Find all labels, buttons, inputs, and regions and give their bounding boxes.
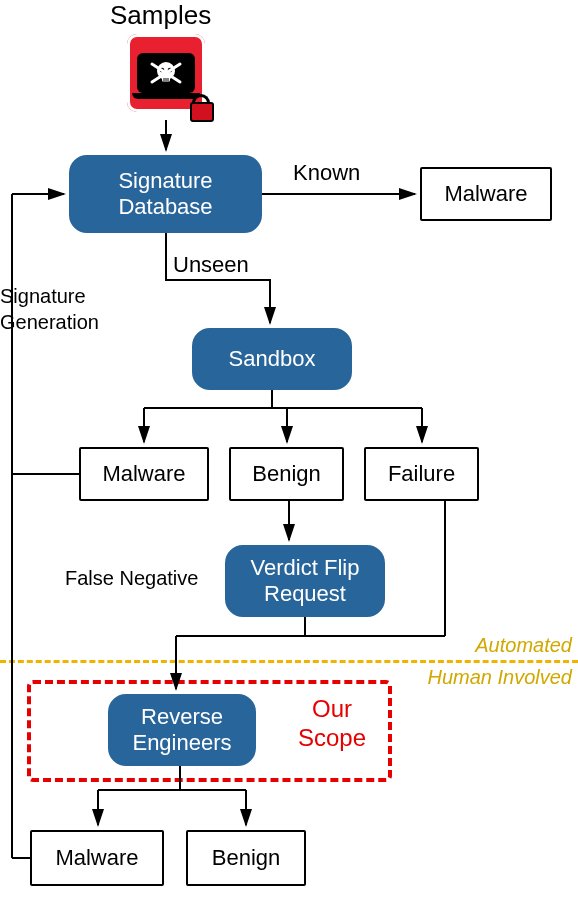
svg-line-7 <box>152 64 180 82</box>
node-sandbox: Sandbox <box>192 328 352 390</box>
node-known-malware: Malware <box>420 167 552 221</box>
svg-point-2 <box>168 68 173 73</box>
edge-label-signature-generation: Signature Generation <box>0 283 99 335</box>
partition-line <box>0 660 578 663</box>
node-re-malware: Malware <box>30 830 164 886</box>
label-our-scope: Our Scope <box>298 695 366 753</box>
svg-point-0 <box>157 62 175 80</box>
node-sandbox-benign: Benign <box>229 447 344 501</box>
label-human-involved: Human Involved <box>427 666 572 689</box>
svg-rect-3 <box>162 77 170 82</box>
malware-sample-icon <box>127 34 205 112</box>
edge-label-false-negative: False Negative <box>65 567 198 590</box>
node-re-benign: Benign <box>186 830 306 886</box>
svg-line-8 <box>152 64 180 82</box>
node-signature-database: Signature Database <box>69 155 262 233</box>
title-samples: Samples <box>110 0 211 31</box>
node-sandbox-failure: Failure <box>364 447 479 501</box>
label-automated: Automated <box>475 634 572 657</box>
edge-label-known: Known <box>293 160 360 186</box>
edge-label-unseen: Unseen <box>173 252 249 278</box>
node-verdict-flip-request: Verdict Flip Request <box>225 545 385 617</box>
lock-icon <box>187 96 213 122</box>
node-sandbox-malware: Malware <box>79 447 209 501</box>
svg-point-1 <box>160 68 165 73</box>
